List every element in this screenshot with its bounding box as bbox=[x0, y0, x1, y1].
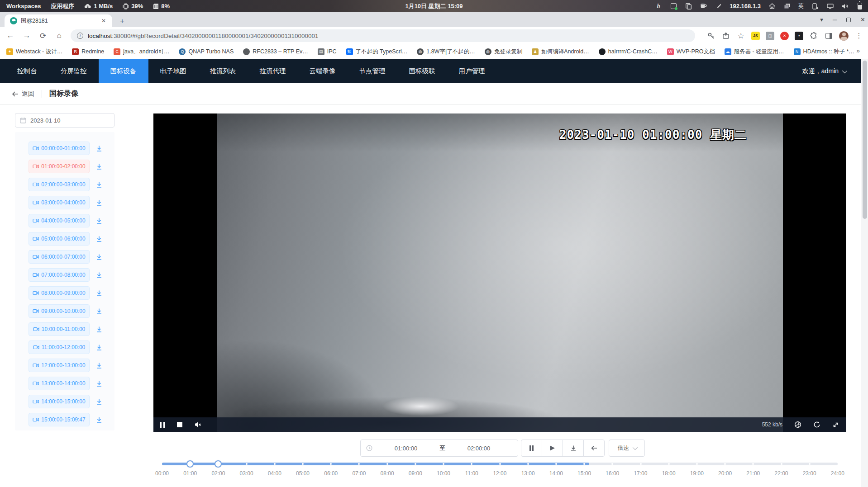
recording-segment-button[interactable]: 13:00:00-14:00:00 bbox=[29, 377, 90, 390]
date-picker-input[interactable]: 2023-01-10 bbox=[15, 113, 114, 128]
player-pause-icon[interactable] bbox=[160, 422, 165, 428]
bookmark-item[interactable]: C java、android可… bbox=[114, 48, 169, 56]
fullscreen-icon[interactable] bbox=[832, 421, 839, 428]
extension-icon[interactable]: ✕ bbox=[780, 32, 789, 40]
recording-segment-button[interactable]: 01:00:00-02:00:00 bbox=[29, 160, 90, 173]
video-player[interactable]: 2023-01-10 01:00:00 星期二 552 kb/s bbox=[153, 113, 846, 432]
download-icon[interactable] bbox=[95, 308, 103, 315]
recording-segment-button[interactable]: 02:00:00-03:00:00 bbox=[29, 178, 90, 191]
workspace-switcher-icon[interactable] bbox=[783, 3, 791, 10]
address-bar[interactable]: i localhost:38080/#/gbRecordDetail/34020… bbox=[71, 29, 695, 42]
download-icon[interactable] bbox=[95, 236, 103, 242]
home-button[interactable]: ⌂ bbox=[53, 30, 65, 42]
timeline-handle[interactable] bbox=[186, 460, 194, 468]
recording-segment-button[interactable]: 15:00:00-15:09:47 bbox=[29, 413, 90, 426]
extension-icon[interactable]: JS bbox=[751, 32, 760, 40]
phone-link-icon[interactable] bbox=[811, 3, 819, 10]
battery-tray-icon[interactable] bbox=[856, 3, 863, 10]
nav-tab[interactable]: 推流列表 bbox=[198, 59, 248, 83]
play-button[interactable] bbox=[542, 440, 563, 457]
recording-segment-button[interactable]: 08:00:00-09:00:00 bbox=[29, 286, 90, 300]
bookmark-item[interactable]: ◍ 免登录复制 bbox=[485, 48, 523, 56]
reload-button[interactable]: ⟳ bbox=[37, 30, 49, 42]
bookmark-item[interactable]: RFC2833 – RTP Ev… bbox=[243, 48, 308, 55]
download-icon[interactable] bbox=[95, 344, 103, 351]
download-icon[interactable] bbox=[95, 326, 103, 333]
speed-dropdown[interactable]: 倍速 bbox=[609, 440, 645, 457]
timeline-handle[interactable] bbox=[215, 460, 222, 468]
nav-tab[interactable]: 节点管理 bbox=[348, 59, 397, 83]
share-icon[interactable] bbox=[721, 31, 730, 40]
download-icon[interactable] bbox=[95, 181, 103, 188]
bookmark-item[interactable]: ♟ 如何编译Android… bbox=[532, 48, 589, 56]
download-record-button[interactable] bbox=[563, 440, 584, 457]
pause-button[interactable] bbox=[521, 440, 542, 457]
recording-segment-button[interactable]: 05:00:00-06:00:00 bbox=[29, 232, 90, 246]
nav-tab[interactable]: 控制台 bbox=[5, 59, 49, 83]
tray-window-icon[interactable] bbox=[670, 3, 677, 10]
profile-avatar[interactable] bbox=[839, 31, 849, 41]
input-method-indicator[interactable]: 英 bbox=[798, 2, 804, 10]
page-scrollbar[interactable] bbox=[861, 59, 868, 487]
end-time-value[interactable]: 02:00:00 bbox=[445, 445, 512, 452]
download-icon[interactable] bbox=[95, 380, 103, 387]
tray-app-icon[interactable]: b bbox=[655, 3, 662, 10]
timeline-track[interactable] bbox=[162, 463, 838, 465]
refresh-icon[interactable] bbox=[813, 421, 820, 428]
nav-tab[interactable]: 拉流代理 bbox=[248, 59, 298, 83]
recording-segment-button[interactable]: 14:00:00-15:00:00 bbox=[29, 395, 90, 408]
recording-segment-button[interactable]: 00:00:00-01:00:00 bbox=[29, 142, 90, 155]
nav-tab[interactable]: 电子地图 bbox=[148, 59, 198, 83]
recording-segment-button[interactable]: 11:00:00-12:00:00 bbox=[29, 340, 90, 354]
bookmark-item[interactable]: ✦ Webstack - 设计… bbox=[6, 48, 62, 56]
download-icon[interactable] bbox=[95, 145, 103, 152]
recording-segment-button[interactable]: 10:00:00-11:00:00 bbox=[29, 322, 90, 336]
applications-button[interactable]: 应用程序 bbox=[51, 2, 74, 10]
recording-segment-button[interactable]: 06:00:00-07:00:00 bbox=[29, 250, 90, 264]
download-icon[interactable] bbox=[95, 254, 103, 260]
user-menu[interactable]: 欢迎，admin bbox=[802, 59, 861, 83]
site-info-icon[interactable]: i bbox=[77, 33, 83, 39]
coffee-tray-icon[interactable] bbox=[700, 3, 707, 10]
new-tab-button[interactable]: + bbox=[117, 16, 128, 27]
bookmark-item[interactable]: 知 了不起的 TypeScri… bbox=[346, 48, 408, 56]
forward-button[interactable]: → bbox=[21, 30, 33, 42]
download-icon[interactable] bbox=[95, 163, 103, 170]
cpu-usage-indicator[interactable]: 39% bbox=[123, 3, 143, 9]
download-icon[interactable] bbox=[95, 362, 103, 369]
download-icon[interactable] bbox=[95, 416, 103, 423]
nav-tab[interactable]: 分屏监控 bbox=[49, 59, 99, 83]
recording-segment-button[interactable]: 03:00:00-04:00:00 bbox=[29, 196, 90, 209]
download-icon[interactable] bbox=[95, 217, 103, 224]
home-tray-icon[interactable] bbox=[768, 3, 776, 10]
memory-usage-indicator[interactable]: 8% bbox=[153, 3, 170, 9]
workspaces-button[interactable]: Workspaces bbox=[6, 3, 41, 9]
extension-icon[interactable]: ▪ bbox=[795, 32, 803, 40]
seek-back-button[interactable] bbox=[583, 440, 605, 457]
pen-tray-icon[interactable] bbox=[715, 3, 722, 10]
extension-icon[interactable]: ◫ bbox=[766, 32, 774, 40]
tab-search-chevron-icon[interactable]: ▾ bbox=[820, 16, 823, 23]
download-icon[interactable] bbox=[95, 398, 103, 405]
browser-menu-icon[interactable]: ⋮ bbox=[854, 31, 863, 40]
recording-segment-button[interactable]: 09:00:00-10:00:00 bbox=[29, 304, 90, 318]
display-tray-icon[interactable] bbox=[826, 3, 834, 10]
nav-tab[interactable]: 国标设备 bbox=[99, 59, 148, 83]
recording-segment-button[interactable]: 12:00:00-13:00:00 bbox=[29, 359, 90, 372]
scrollbar-thumb[interactable] bbox=[863, 61, 867, 219]
download-icon[interactable] bbox=[95, 199, 103, 206]
nav-tab[interactable]: 国标级联 bbox=[397, 59, 447, 83]
bookmark-item[interactable]: W WVP-PRO文档 bbox=[667, 48, 715, 56]
back-button[interactable]: ← bbox=[5, 30, 16, 42]
download-icon[interactable] bbox=[95, 272, 103, 279]
player-stop-icon[interactable] bbox=[177, 422, 182, 427]
bookmarks-overflow-chevron[interactable]: » bbox=[856, 47, 863, 54]
player-mute-icon[interactable] bbox=[195, 421, 202, 428]
bookmark-item[interactable]: ◍ 1.8W字|了不起的… bbox=[417, 48, 475, 56]
bookmark-item[interactable]: N HDAtmos :: 种子 *… bbox=[794, 48, 854, 56]
bookmark-item[interactable]: hairrrrr/C-CrashC… bbox=[599, 48, 658, 55]
recording-segment-button[interactable]: 04:00:00-05:00:00 bbox=[29, 214, 90, 227]
recording-segment-button[interactable]: 07:00:00-08:00:00 bbox=[29, 268, 90, 282]
start-time-value[interactable]: 01:00:00 bbox=[372, 445, 439, 452]
tab-close-icon[interactable]: ✕ bbox=[100, 17, 108, 25]
